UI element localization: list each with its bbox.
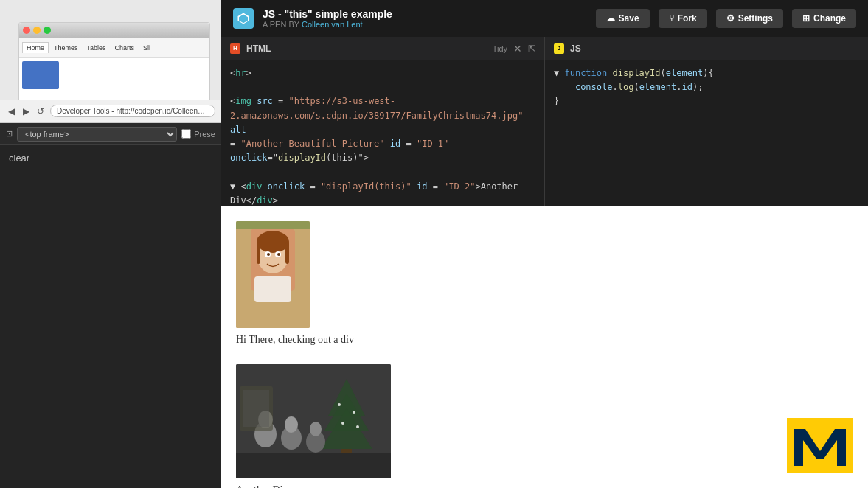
settings-button[interactable]: ⚙ Settings	[716, 9, 783, 28]
svg-point-20	[356, 425, 359, 428]
code-line-8: ▼ <div onclick = "displayId(this)" id = …	[230, 180, 535, 194]
change-button[interactable]: ⊞ Change	[792, 9, 856, 28]
preview-content[interactable]: Hi There, checking out a div	[221, 206, 868, 488]
gear-icon: ⚙	[726, 13, 735, 24]
js-line-3: }	[554, 94, 859, 108]
fork-button[interactable]: ⑂ Fork	[659, 9, 707, 28]
code-line-4: 2.amazonaws.com/s.cdpn.io/389177/FamilyC…	[230, 109, 535, 137]
back-icon[interactable]: ◀	[6, 106, 16, 116]
codepen-pen-subtitle: A PEN BY Colleen van Lent	[263, 20, 587, 29]
html-badge: H	[230, 43, 240, 54]
save-button[interactable]: ☁ Save	[596, 9, 650, 28]
second-image[interactable]	[236, 364, 391, 478]
family-photo-svg	[236, 364, 391, 478]
svg-rect-5	[285, 242, 289, 264]
js-badge: J	[554, 43, 564, 54]
university-logo	[787, 418, 853, 473]
svg-rect-6	[254, 276, 291, 302]
codepen-title-area: JS - "this" simple example A PEN BY Coll…	[263, 8, 587, 29]
svg-point-26	[310, 422, 322, 436]
svg-point-9	[267, 253, 270, 256]
slide-titlebar	[19, 23, 209, 38]
svg-rect-4	[257, 242, 260, 264]
editor-area: H HTML Tidy ✕ ⇱ <hr> <img src = "https:/…	[221, 37, 868, 206]
preserve-log-checkbox[interactable]	[181, 129, 191, 139]
frame-select[interactable]: <top frame>	[17, 127, 177, 142]
slide-tab-home[interactable]: Home	[22, 42, 49, 53]
section-divider	[236, 355, 853, 355]
first-image-caption: Hi There, checking out a div	[236, 334, 354, 346]
codepen-pen-title: JS - "this" simple example	[263, 8, 587, 20]
code-line-5: = "Another Beautiful Picture" id = "ID-1…	[230, 137, 535, 151]
first-image[interactable]	[236, 221, 310, 328]
slide-window: Home Themes Tables Charts Sli	[18, 22, 210, 103]
slide-tab-themes[interactable]: Themes	[50, 43, 82, 53]
fork-icon: ⑂	[669, 13, 674, 24]
code-line-7	[230, 165, 535, 179]
js-line-2: console.log(element.id);	[554, 80, 859, 94]
browser-address-bar: ◀ ▶ ↺ Developer Tools - http://codepen.i…	[0, 100, 221, 123]
html-panel-label: HTML	[246, 43, 487, 54]
html-panel-header: H HTML Tidy ✕ ⇱	[221, 37, 544, 60]
codepen-logo	[233, 8, 254, 29]
refresh-icon[interactable]: ↺	[35, 106, 46, 116]
html-panel-expand-icon[interactable]: ⇱	[528, 43, 535, 54]
slide-tab-tables[interactable]: Tables	[83, 43, 110, 53]
svg-rect-27	[236, 453, 391, 478]
js-line-1: ▼ function displayId(element){	[554, 66, 859, 80]
frame-icon: ⊡	[6, 129, 13, 139]
maximize-button-icon[interactable]	[44, 27, 51, 34]
um-logo-block	[787, 418, 853, 473]
slide-thumbnail	[22, 61, 59, 89]
html-panel-close-icon[interactable]: ✕	[513, 43, 522, 55]
code-line-1: <hr>	[230, 66, 535, 80]
svg-point-17	[338, 403, 341, 406]
slide-tab-more[interactable]: Sli	[139, 43, 154, 53]
svg-rect-29	[243, 390, 269, 427]
js-panel-label: JS	[570, 43, 844, 54]
slide-tab-charts[interactable]: Charts	[111, 43, 139, 53]
first-image-container[interactable]: Hi There, checking out a div	[236, 221, 354, 346]
svg-point-3	[257, 231, 289, 253]
second-image-caption: Another Div	[236, 484, 391, 488]
js-panel-header: J JS ✕	[545, 37, 868, 60]
svg-point-19	[341, 422, 344, 425]
svg-point-18	[353, 411, 355, 414]
code-line-3: <img src = "https://s3-us-west-	[230, 94, 535, 108]
slide-body	[19, 58, 209, 102]
preserve-log-label: Prese	[181, 129, 215, 139]
devtools-frame-bar: ⊡ <top frame> Prese	[0, 123, 221, 145]
url-bar[interactable]: Developer Tools - http://codepen.io/Coll…	[50, 105, 215, 117]
html-code-editor[interactable]: <hr> <img src = "https://s3-us-west- 2.a…	[221, 60, 544, 206]
second-image-container[interactable]: Another Div	[236, 364, 391, 488]
js-code-editor[interactable]: ▼ function displayId(element){ console.l…	[545, 60, 868, 206]
tidy-button[interactable]: Tidy	[493, 44, 507, 53]
codepen-header: JS - "this" simple example A PEN BY Coll…	[221, 0, 868, 37]
svg-point-24	[285, 416, 298, 433]
clear-button[interactable]: clear	[9, 153, 29, 164]
html-code-panel: H HTML Tidy ✕ ⇱ <hr> <img src = "https:/…	[221, 37, 545, 206]
preview-area: Hi There, checking out a div	[221, 206, 868, 488]
devtools-panel: Elements Network Sources ⊡ <top frame> P…	[0, 100, 221, 488]
um-logo-svg	[787, 418, 853, 473]
forward-icon[interactable]: ▶	[21, 106, 31, 116]
girl-photo-svg	[236, 221, 310, 328]
close-button-icon[interactable]	[23, 27, 30, 34]
svg-point-10	[277, 253, 280, 256]
save-icon: ☁	[606, 13, 615, 24]
devtools-content: clear	[0, 145, 221, 488]
code-line-9: Div</div>	[230, 194, 535, 206]
codepen-logo-icon	[237, 12, 250, 25]
svg-rect-11	[236, 221, 310, 229]
slide-toolbar: Home Themes Tables Charts Sli	[19, 38, 209, 58]
code-line-2	[230, 80, 535, 94]
change-icon: ⊞	[802, 13, 810, 24]
code-line-6: onclick="displayId(this)">	[230, 151, 535, 165]
codepen-author[interactable]: Colleen van Lent	[302, 20, 363, 29]
js-code-panel: J JS ✕ ▼ function displayId(element){ co…	[545, 37, 868, 206]
minimize-button-icon[interactable]	[33, 27, 41, 34]
